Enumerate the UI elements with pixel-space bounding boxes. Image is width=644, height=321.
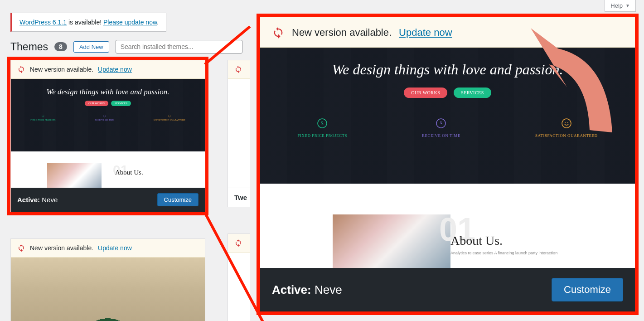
theme-card-2[interactable]: New version available. Update now xyxy=(10,238,205,321)
preview-feat3: SATISFACTION GUARANTEED xyxy=(154,119,185,121)
help-tab[interactable]: Help ▼ xyxy=(605,0,636,12)
wp-version-link[interactable]: WordPress 6.1.1 xyxy=(19,19,67,26)
preview-about-title: About Us. xyxy=(115,169,143,176)
preview-pill-works: OUR WORKS xyxy=(404,88,447,98)
preview-hero: We design things with love and passion. … xyxy=(260,48,635,184)
refresh-icon xyxy=(272,26,285,39)
preview-about-image xyxy=(333,214,450,269)
preview-feat1: FIXED PRICE PROJECTS xyxy=(30,119,55,121)
smile-icon xyxy=(561,118,572,129)
refresh-icon xyxy=(234,239,242,247)
svg-point-4 xyxy=(565,122,566,123)
preview-feat1: FIXED PRICE PROJECTS xyxy=(298,133,348,138)
preview-about-image xyxy=(47,163,102,188)
add-new-button[interactable]: Add New xyxy=(73,41,109,53)
refresh-icon xyxy=(234,65,242,73)
preview-about-section: 01 About Us. Analytics release series A … xyxy=(260,184,635,265)
theme-screenshot: We design things with love and passion. … xyxy=(11,79,205,188)
svg-text:$: $ xyxy=(321,120,324,126)
theme-update-bar xyxy=(228,60,250,79)
search-input[interactable] xyxy=(116,40,242,54)
theme-card-title: Twe xyxy=(228,188,250,207)
wp-update-link[interactable]: Please update now xyxy=(103,19,157,26)
theme-screenshot xyxy=(228,79,250,188)
page-title: Themes xyxy=(10,41,48,53)
svg-point-3 xyxy=(562,119,571,128)
theme-card-footer: Active: Neve Customize xyxy=(11,188,205,212)
active-theme-label: Active: Neve xyxy=(17,196,58,204)
active-theme-label: Active: Neve xyxy=(272,283,342,297)
theme-update-link-zoom[interactable]: Update now xyxy=(399,27,452,39)
refresh-icon xyxy=(17,65,25,73)
theme-update-bar: New version available. Update now xyxy=(11,239,205,258)
preview-tagline: We design things with love and passion. xyxy=(47,88,169,96)
clock-icon: ◯ xyxy=(103,114,106,117)
wp-update-notice: WordPress 6.1.1 is available! Please upd… xyxy=(10,13,166,32)
theme-screenshot xyxy=(11,258,205,321)
theme-card-4[interactable] xyxy=(228,233,250,321)
preview-about-sub: Analytics release series A financing lau… xyxy=(450,251,557,255)
theme-count-badge: 8 xyxy=(54,42,67,51)
annotation-zoom-panel: New version available. Update now We des… xyxy=(257,14,639,315)
customize-button-zoom[interactable]: Customize xyxy=(552,278,623,302)
dollar-icon: $ xyxy=(317,118,328,129)
chevron-down-icon: ▼ xyxy=(625,3,630,8)
smile-icon: ◯ xyxy=(168,114,171,117)
update-text: New version available. xyxy=(30,244,93,252)
preview-about-title: About Us. xyxy=(450,233,503,248)
theme-screenshot xyxy=(228,253,250,321)
svg-point-5 xyxy=(567,122,568,123)
theme-grid: New version available. Update now We des… xyxy=(10,60,255,321)
theme-card-3[interactable]: Twe xyxy=(228,60,250,207)
theme-update-link[interactable]: Update now xyxy=(98,66,132,73)
help-label: Help xyxy=(610,2,623,9)
theme-update-bar xyxy=(228,234,250,253)
preview-feat2: RECEIVE ON TIME xyxy=(422,133,460,138)
wp-notice-tail: . xyxy=(157,19,159,26)
update-text: New version available. xyxy=(292,27,392,39)
update-text: New version available. xyxy=(30,66,93,73)
refresh-icon xyxy=(17,244,25,252)
theme-update-bar: New version available. Update now xyxy=(11,60,205,79)
theme-card-neve[interactable]: New version available. Update now We des… xyxy=(10,60,205,212)
wp-notice-text: is available! xyxy=(67,19,103,26)
preview-pill-services: SERVICES xyxy=(454,88,491,98)
theme-update-bar-zoom: New version available. Update now xyxy=(260,17,635,48)
preview-feat3: SATISFACTION GUARANTEED xyxy=(535,133,598,138)
preview-tagline: We design things with love and passion. xyxy=(260,60,635,79)
clock-icon xyxy=(436,118,446,129)
theme-grid-col2: Twe xyxy=(228,60,250,321)
preview-pill-services: SERVICES xyxy=(111,101,131,106)
preview-pill-works: OUR WORKS xyxy=(85,101,108,106)
theme-card-footer-zoom: Active: Neve Customize xyxy=(260,268,635,311)
preview-feat2: RECEIVE ON TIME xyxy=(95,119,114,121)
theme-update-link[interactable]: Update now xyxy=(98,244,132,252)
customize-button[interactable]: Customize xyxy=(157,193,199,206)
dollar-icon: ◯ xyxy=(42,114,44,117)
